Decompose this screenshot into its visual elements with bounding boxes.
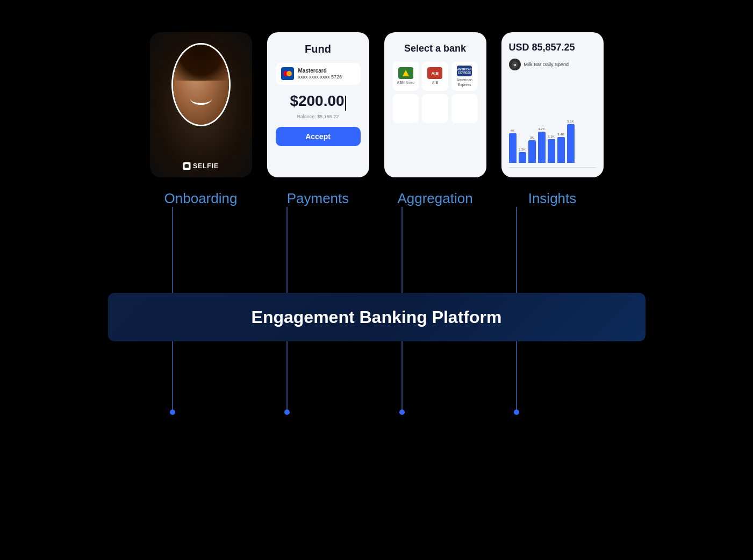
chart-bar: 4.2K — [538, 127, 546, 163]
mastercard-row: Mastercard xxxx xxxx xxxx 5726 — [276, 63, 361, 85]
label-insights: Insights — [501, 190, 604, 207]
main-container: SELFIE Fund Mastercard xxxx xxxx xxxx 57… — [0, 0, 753, 427]
amex-logo: AMERICANEXPRESS — [457, 66, 472, 76]
milk-bar-row: M Milk Bar Daily Spend — [509, 59, 596, 70]
bank-grid: ABN Amro AIB AIB AMERICANEXPRESS America… — [393, 62, 478, 123]
label-aggregation: Aggregation — [384, 190, 486, 207]
bank-item-abn[interactable]: ABN Amro — [393, 62, 419, 91]
aggregation-title: Select a bank — [393, 43, 478, 54]
camera-icon — [183, 162, 190, 170]
labels-row: Onboarding Payments Aggregation Insights — [150, 190, 604, 207]
chart-bar: 3.1K — [548, 135, 555, 163]
chart-bar: 5.3K — [567, 120, 575, 163]
mastercard-icon — [281, 67, 294, 80]
svg-rect-2 — [185, 164, 188, 165]
abn-logo — [398, 67, 413, 79]
svg-marker-3 — [403, 70, 409, 76]
balance-text: Balance: $5,156.22 — [297, 114, 339, 119]
top-connector-area — [108, 207, 646, 293]
onboarding-card: SELFIE — [150, 32, 252, 177]
svg-point-14 — [170, 410, 175, 415]
accept-button[interactable]: Accept — [276, 127, 361, 146]
amex-name: American Express — [451, 78, 478, 87]
insights-card: USD 85,857.25 M Milk Bar Daily Spend 4K1… — [501, 32, 604, 177]
chart-bar: 3K — [528, 136, 536, 163]
bank-item-empty-2 — [422, 94, 448, 123]
svg-point-17 — [514, 410, 519, 415]
chart-baseline — [509, 167, 596, 168]
abn-name: ABN Amro — [397, 81, 414, 85]
chart-bar: 4K — [509, 129, 517, 163]
svg-point-15 — [284, 410, 290, 415]
face — [173, 45, 229, 125]
svg-text:M: M — [513, 63, 516, 67]
connector-svg-bottom — [108, 341, 646, 427]
connector-svg-top — [108, 207, 646, 293]
cards-row: SELFIE Fund Mastercard xxxx xxxx xxxx 57… — [150, 32, 604, 177]
payments-card: Fund Mastercard xxxx xxxx xxxx 5726 $200… — [267, 32, 369, 177]
bottom-connector-area — [108, 341, 646, 427]
fund-title: Fund — [305, 43, 331, 55]
svg-point-1 — [185, 165, 188, 167]
label-payments: Payments — [267, 190, 369, 207]
amount-display: $200.00 — [290, 92, 346, 111]
aggregation-card: Select a bank ABN Amro AIB AIB — [384, 32, 486, 177]
chart-bar: 1.5K — [519, 148, 526, 163]
bank-item-amex[interactable]: AMERICANEXPRESS American Express — [451, 62, 478, 91]
label-onboarding: Onboarding — [150, 190, 252, 207]
milk-bar-text: Milk Bar Daily Spend — [524, 62, 569, 67]
aib-name: AIB — [432, 81, 438, 85]
insights-chart: 4K1.5K3K4.2K3.1K3.4K5.3K — [509, 77, 596, 165]
platform-bar: Engagement Banking Platform — [108, 293, 646, 341]
selfie-label: SELFIE — [183, 162, 219, 170]
bank-item-aib[interactable]: AIB AIB — [422, 62, 448, 91]
chart-bar: 3.4K — [557, 133, 565, 163]
svg-point-16 — [399, 410, 405, 415]
face-oval — [171, 43, 231, 126]
milk-bar-icon: M — [509, 59, 521, 70]
bank-item-empty-1 — [393, 94, 419, 123]
platform-title: Engagement Banking Platform — [252, 307, 502, 327]
aib-logo: AIB — [427, 67, 442, 79]
mastercard-info: Mastercard xxxx xxxx xxxx 5726 — [298, 67, 342, 81]
insights-amount: USD 85,857.25 — [509, 42, 596, 53]
cursor — [345, 96, 346, 111]
bank-item-empty-3 — [451, 94, 478, 123]
